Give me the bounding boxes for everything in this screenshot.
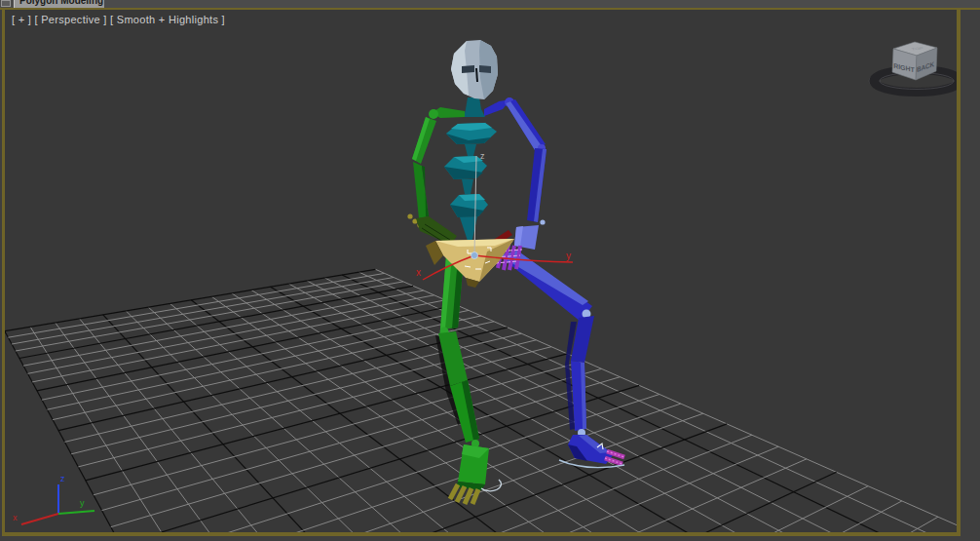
- gizmo-z-label: z: [480, 151, 485, 161]
- floor-grid: [5, 269, 961, 536]
- app-menu-icon[interactable]: [1, 0, 11, 7]
- view-cube[interactable]: TOP RIGHT BACK: [869, 42, 961, 95]
- application-window: Polygon Modeling [ + ] [ Perspective ] […: [0, 0, 980, 541]
- gizmo-pivot[interactable]: [471, 252, 478, 259]
- ribbon-tab-bar: Polygon Modeling: [0, 0, 980, 8]
- head[interactable]: [451, 40, 498, 99]
- left-eye: [462, 65, 474, 73]
- world-z-label: z: [60, 474, 65, 483]
- perspective-viewport[interactable]: z x y z x y: [2, 10, 961, 536]
- world-y-label: y: [80, 498, 85, 508]
- world-axis-tripod: z x y: [13, 474, 94, 524]
- nose-line: [476, 68, 477, 82]
- left-shoulder-joint[interactable]: [429, 109, 438, 119]
- gizmo-y-label: y: [566, 251, 571, 261]
- tab-label: Polygon Modeling: [19, 0, 103, 6]
- viewport-label-menu[interactable]: [ + ] [ Perspective ] [ Smooth + Highlig…: [12, 14, 225, 25]
- neck-bone[interactable]: [464, 97, 485, 117]
- character-rig[interactable]: [407, 40, 624, 504]
- right-eye: [479, 65, 491, 73]
- tab-polygon-modeling[interactable]: Polygon Modeling: [14, 0, 104, 8]
- viewport-canvas[interactable]: z x y z x y: [2, 10, 961, 536]
- world-x-label: x: [13, 513, 18, 522]
- spine-torso[interactable]: [444, 123, 497, 244]
- gizmo-x-label: x: [416, 267, 421, 278]
